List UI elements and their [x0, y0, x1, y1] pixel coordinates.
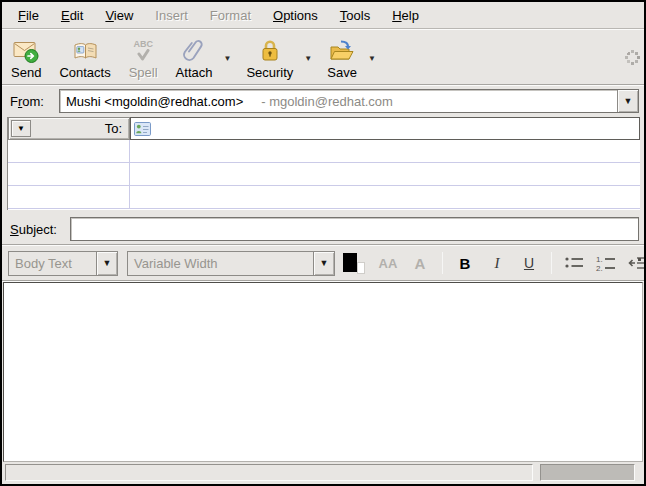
- menu-item-format: Format: [202, 4, 259, 27]
- contacts-icon: [72, 37, 99, 65]
- italic-button[interactable]: I: [483, 250, 511, 276]
- bullet-list-button[interactable]: [560, 250, 588, 276]
- contact-card-icon: [134, 122, 151, 136]
- recipient-empty-row[interactable]: [8, 140, 640, 163]
- security-button-label: Security: [246, 65, 293, 80]
- attach-button-label: Attach: [176, 65, 213, 80]
- subject-label: Subject:: [10, 222, 70, 237]
- recipient-empty-row[interactable]: [8, 186, 640, 209]
- send-button-label: Send: [11, 65, 41, 80]
- busy-spinner-icon: [625, 50, 628, 53]
- from-label: From:: [10, 94, 59, 109]
- chevron-down-icon: ▼: [17, 124, 25, 133]
- from-combo-chevron-button[interactable]: ▼: [617, 90, 638, 112]
- menu-item-options[interactable]: Options: [265, 4, 326, 27]
- decrease-font-size-button: AA: [374, 250, 402, 276]
- security-dropdown-arrow[interactable]: ▼: [304, 54, 312, 63]
- bullet-list-icon: [563, 253, 585, 273]
- spell-check-icon: ABC: [131, 37, 155, 65]
- font-name-combo[interactable]: Variable Width ▼: [127, 251, 335, 276]
- bold-button[interactable]: B: [451, 250, 479, 276]
- save-button[interactable]: Save: [320, 32, 364, 83]
- background-color-swatch: [357, 262, 365, 274]
- send-button[interactable]: Send: [4, 32, 48, 83]
- recipients-grid: ▼ To:: [7, 117, 640, 210]
- attach-paperclip-icon: [181, 37, 207, 65]
- spell-button: ABC Spell: [122, 32, 165, 83]
- attach-dropdown-arrow[interactable]: ▼: [223, 54, 231, 63]
- font-name-value: Variable Width: [128, 252, 313, 275]
- recipient-empty-row[interactable]: [8, 163, 640, 186]
- message-body-editor[interactable]: [3, 282, 643, 462]
- compose-mail-window: File Edit View Insert Format Options Too…: [0, 0, 646, 486]
- format-toolbar-separator: [442, 252, 443, 274]
- from-row: From: Mushi <mgoldin@redhat.com> - mgold…: [2, 86, 644, 116]
- spell-button-label: Spell: [129, 65, 158, 80]
- to-address-input[interactable]: [154, 121, 636, 136]
- send-icon: [13, 37, 39, 65]
- foreground-color-swatch: [343, 253, 357, 272]
- menu-item-insert: Insert: [147, 4, 196, 27]
- unindent-icon: [627, 253, 646, 273]
- to-field-selector-button[interactable]: ▼ To:: [8, 117, 130, 140]
- status-message: [5, 464, 533, 481]
- main-toolbar: Send Contacts ABC: [2, 30, 644, 84]
- paragraph-style-chevron-button[interactable]: ▼: [96, 252, 117, 275]
- chevron-down-icon: ▼: [103, 258, 112, 268]
- svg-text:2.: 2.: [596, 264, 603, 273]
- numbered-list-button[interactable]: 1. 2.: [592, 250, 620, 276]
- attach-button[interactable]: Attach: [169, 32, 220, 83]
- font-name-chevron-button[interactable]: ▼: [313, 252, 334, 275]
- status-progress-area: [540, 464, 635, 481]
- security-lock-icon: [258, 37, 282, 65]
- format-toolbar: Body Text ▼ Variable Width ▼ AA A B I U …: [2, 246, 644, 280]
- from-account-value: Mushi <mgoldin@redhat.com> - mgoldin@red…: [60, 90, 617, 112]
- to-label: To:: [31, 121, 127, 136]
- paragraph-style-value: Body Text: [9, 252, 96, 275]
- contacts-button[interactable]: Contacts: [52, 32, 117, 83]
- menu-item-tools[interactable]: Tools: [332, 4, 378, 27]
- menu-item-view[interactable]: View: [97, 4, 141, 27]
- to-selector-chevron-button[interactable]: ▼: [11, 120, 31, 137]
- format-toolbar-separator: [551, 252, 552, 274]
- from-account-combo[interactable]: Mushi <mgoldin@redhat.com> - mgoldin@red…: [59, 89, 639, 113]
- save-button-label: Save: [327, 65, 357, 80]
- menu-item-file[interactable]: File: [10, 4, 47, 27]
- menu-item-edit[interactable]: Edit: [53, 4, 91, 27]
- subject-input[interactable]: [70, 217, 639, 241]
- chevron-down-icon: ▼: [624, 96, 633, 106]
- to-entry-cell[interactable]: [130, 117, 640, 140]
- toolbar-overflow-indicator[interactable]: [638, 258, 641, 261]
- menu-bar: File Edit View Insert Format Options Too…: [2, 2, 644, 28]
- paragraph-style-combo[interactable]: Body Text ▼: [8, 251, 118, 276]
- numbered-list-icon: 1. 2.: [595, 253, 617, 273]
- underline-button[interactable]: U: [515, 250, 543, 276]
- from-account-secondary: - mgoldin@redhat.com: [261, 94, 393, 109]
- menu-item-help[interactable]: Help: [384, 4, 427, 27]
- contacts-button-label: Contacts: [59, 65, 110, 80]
- svg-text:1.: 1.: [596, 255, 603, 264]
- save-dropdown-arrow[interactable]: ▼: [368, 54, 376, 63]
- increase-font-size-button: A: [406, 250, 434, 276]
- status-bar: [2, 462, 644, 484]
- save-folder-icon: [328, 37, 356, 65]
- chevron-down-icon: ▼: [320, 258, 329, 268]
- subject-row: Subject:: [2, 214, 644, 244]
- font-color-button[interactable]: [342, 251, 366, 275]
- security-button[interactable]: Security: [239, 32, 300, 83]
- unindent-button[interactable]: [624, 250, 646, 276]
